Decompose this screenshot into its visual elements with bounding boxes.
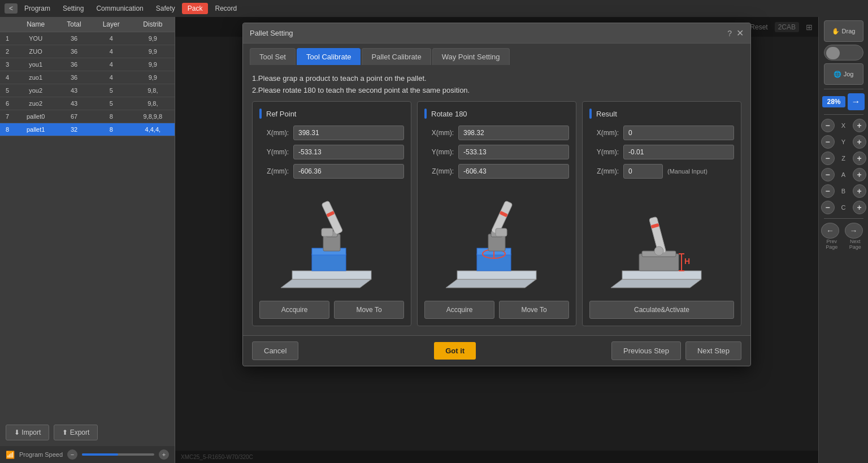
prev-page-button[interactable]: ←	[821, 223, 839, 239]
speed-plus-button[interactable]: +	[159, 449, 169, 460]
percent-badge: 28%	[822, 96, 845, 107]
axis-x-plus[interactable]: +	[853, 119, 866, 132]
ref-z-row: Z(mm):	[259, 164, 404, 179]
speed-minus-button[interactable]: −	[67, 449, 77, 460]
drag-icon: ✋	[832, 28, 840, 35]
globe-icon: 🌐	[834, 71, 841, 78]
axis-a-plus[interactable]: +	[853, 168, 866, 181]
divider-2	[824, 114, 863, 115]
tab-tool-set[interactable]: Tool Set	[250, 48, 296, 65]
pallet-setting-modal: Pallet Setting ? ✕ Tool Set Tool Calibra…	[242, 23, 751, 366]
section-ref-point: Ref Point X(mm): Y(mm):	[252, 101, 411, 326]
got-it-button[interactable]: Got it	[434, 342, 476, 360]
cancel-button[interactable]: Cancel	[252, 341, 298, 360]
table-row[interactable]: 8 pallet1 32 8 4,4,4,	[0, 123, 175, 136]
tab-way-point-setting[interactable]: Way Point Setting	[432, 48, 510, 65]
speed-slider[interactable]	[82, 453, 154, 456]
row-num: 3	[0, 58, 15, 71]
row-total: 36	[57, 58, 91, 71]
rot-move-to-button[interactable]: Move To	[499, 301, 569, 319]
calculate-activate-button[interactable]: Caculate&Activate	[589, 301, 734, 319]
axis-c-plus[interactable]: +	[853, 201, 866, 214]
row-name: ZUO	[15, 45, 57, 58]
menu-record[interactable]: Record	[209, 2, 242, 15]
axis-y-minus[interactable]: −	[821, 135, 835, 149]
rot-z-input[interactable]	[458, 164, 569, 179]
table-row[interactable]: 5 you2 43 5 9,8,	[0, 84, 175, 97]
table-row[interactable]: 1 YOU 36 4 9,9	[0, 32, 175, 45]
jog-label: Jog	[844, 71, 854, 77]
ref-point-accent	[259, 109, 262, 119]
rot-x-input[interactable]	[458, 126, 569, 140]
row-total: 43	[57, 84, 91, 97]
next-page-button[interactable]: →	[845, 223, 863, 239]
ref-z-input[interactable]	[293, 164, 404, 179]
res-y-row: Y(mm):	[589, 145, 734, 159]
jog-button[interactable]: 🌐 Jog	[824, 63, 863, 85]
menu-communication[interactable]: Communication	[90, 2, 149, 15]
axis-a-minus[interactable]: −	[821, 168, 835, 181]
forward-button[interactable]: →	[848, 93, 865, 110]
previous-step-button[interactable]: Previous Step	[611, 341, 681, 360]
drag-button[interactable]: ✋ Drag	[824, 20, 863, 42]
axis-x-minus[interactable]: −	[821, 119, 835, 132]
next-step-button[interactable]: Next Step	[685, 341, 741, 360]
axis-b-plus[interactable]: +	[853, 184, 866, 198]
ref-z-label: Z(mm):	[259, 167, 289, 175]
top-menubar: < Program Setting Communication Safety P…	[0, 0, 868, 17]
svg-rect-1	[292, 271, 371, 279]
table-row[interactable]: 2 ZUO 36 4 9,9	[0, 45, 175, 58]
ref-y-row: Y(mm):	[259, 145, 404, 159]
row-distrib: 9,8,	[131, 97, 175, 110]
svg-rect-8	[322, 228, 333, 236]
row-name: YOU	[15, 32, 57, 45]
ref-move-to-button[interactable]: Move To	[334, 301, 404, 319]
row-layer: 4	[92, 32, 131, 45]
row-total: 36	[57, 71, 91, 84]
axis-z-minus[interactable]: −	[821, 152, 835, 165]
section-rotate-180: Rotate 180 X(mm): Y(mm):	[417, 101, 576, 326]
menu-setting[interactable]: Setting	[57, 2, 89, 15]
rot-accquire-button[interactable]: Accquire	[424, 301, 494, 319]
back-button[interactable]: <	[5, 3, 18, 14]
import-button[interactable]: ⬇ Import	[6, 425, 49, 440]
table-row[interactable]: 6 zuo2 43 5 9,8,	[0, 97, 175, 110]
axis-a-row: − A +	[821, 168, 866, 181]
row-name: pallet1	[15, 123, 57, 136]
menu-program[interactable]: Program	[19, 2, 56, 15]
modal-help-button[interactable]: ?	[727, 29, 732, 38]
svg-point-30	[654, 246, 663, 256]
ref-x-input[interactable]	[293, 126, 404, 140]
axis-c-minus[interactable]: −	[821, 201, 835, 214]
menu-pack[interactable]: Pack	[182, 3, 209, 14]
axis-z-label: Z	[840, 155, 848, 162]
table-row[interactable]: 3 you1 36 4 9,9	[0, 58, 175, 71]
table-row[interactable]: 7 pallet0 67 8 9,8,9,8	[0, 110, 175, 123]
sections-row: Ref Point X(mm): Y(mm):	[252, 101, 741, 326]
ref-accquire-button[interactable]: Accquire	[259, 301, 329, 319]
axis-y-plus[interactable]: +	[853, 135, 866, 149]
table-row[interactable]: 4 zuo1 36 4 9,9	[0, 71, 175, 84]
res-x-input[interactable]	[623, 126, 734, 140]
res-y-input[interactable]	[623, 145, 734, 159]
row-distrib: 9,9	[131, 45, 175, 58]
rotate-180-illustration	[424, 183, 569, 296]
result-title: Result	[596, 110, 617, 118]
ref-y-input[interactable]	[293, 145, 404, 159]
modal-close-button[interactable]: ✕	[736, 28, 744, 38]
result-accent	[589, 109, 592, 119]
data-table: Name Total Layer Distrib 1 YOU 36 4 9,9 …	[0, 17, 175, 136]
svg-rect-2	[312, 254, 346, 271]
res-z-input[interactable]	[623, 164, 663, 179]
res-z-row: Z(mm): (Manual Input)	[589, 164, 734, 179]
menu-safety[interactable]: Safety	[150, 2, 181, 15]
axis-z-plus[interactable]: +	[853, 152, 866, 165]
rot-y-input[interactable]	[458, 145, 569, 159]
toggle-switch[interactable]	[824, 45, 863, 60]
export-button[interactable]: ⬆ Export	[54, 425, 98, 440]
tab-tool-calibrate[interactable]: Tool Calibrate	[297, 48, 361, 65]
tab-pallet-calibrate[interactable]: Pallet Calibrate	[362, 48, 431, 65]
modal-titlebar: Pallet Setting ? ✕	[243, 23, 750, 44]
ref-point-illustration	[259, 183, 404, 296]
axis-b-minus[interactable]: −	[821, 184, 835, 198]
